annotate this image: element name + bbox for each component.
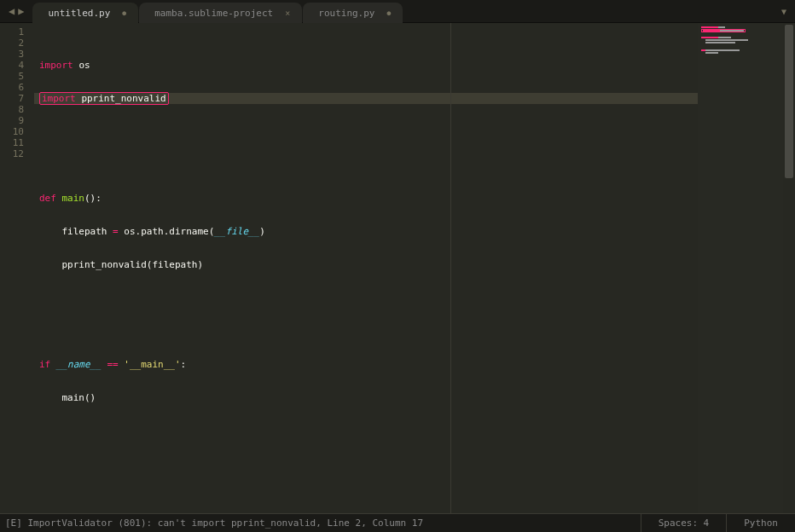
dirty-icon: ● (122, 9, 126, 17)
code-line: pprint_nonvalid(filepath) (39, 259, 698, 270)
code-line (39, 292, 698, 304)
code-line (39, 159, 698, 171)
tab-label: untitled.py (48, 8, 110, 19)
close-icon[interactable]: × (285, 9, 290, 18)
code-line: filepath = os.path.dirname(__file__) (39, 226, 698, 237)
line-number: 10 (0, 126, 24, 137)
line-number: 8 (0, 104, 24, 115)
code-line (39, 326, 698, 337)
tab-label: routing.py (318, 8, 374, 19)
line-number: 9 (0, 115, 24, 126)
nav-arrows: ◀ ▶ (0, 5, 32, 17)
line-number: 5 (0, 71, 24, 82)
line-number: 12 (0, 148, 24, 159)
minimap[interactable] (698, 23, 783, 513)
nav-forward-icon[interactable]: ▶ (18, 5, 24, 17)
tabs-container: untitled.py ● mamba.sublime-project × ro… (32, 0, 773, 22)
tab-untitled[interactable]: untitled.py ● (32, 3, 138, 23)
tab-bar: ◀ ▶ untitled.py ● mamba.sublime-project … (0, 0, 795, 23)
tab-label: mamba.sublime-project (154, 8, 273, 19)
line-number: ⊘2 (0, 38, 24, 49)
editor-area: 1 ⊘2 3 4 5 6 7 8 9 10 11 12 import os im… (0, 23, 795, 513)
tab-dropdown-icon[interactable]: ▼ (773, 7, 795, 16)
tab-routing[interactable]: routing.py ● (303, 3, 403, 23)
line-number: 3 (0, 49, 24, 60)
line-number: 1 (0, 26, 24, 38)
dirty-icon: ● (387, 9, 392, 17)
line-number: 7 (0, 93, 24, 104)
code-line: import os (39, 60, 698, 71)
line-number: 6 (0, 82, 24, 93)
code-line: def main(): (39, 193, 698, 204)
code-area[interactable]: import os import pprint_nonvalid def mai… (34, 23, 698, 513)
nav-back-icon[interactable]: ◀ (9, 5, 15, 17)
code-line: if __name__ == '__main__': (39, 359, 698, 370)
line-number: 11 (0, 137, 24, 148)
status-indent[interactable]: Spaces: 4 (641, 514, 727, 532)
code-line: main() (39, 392, 698, 403)
status-message[interactable]: [E] ImportValidator (801): can't import … (0, 518, 641, 529)
vertical-scrollbar[interactable] (783, 23, 795, 513)
status-syntax[interactable]: Python (726, 514, 795, 532)
minimap-content (701, 26, 780, 54)
status-bar: [E] ImportValidator (801): can't import … (0, 513, 795, 532)
tab-mamba-project[interactable]: mamba.sublime-project × (139, 3, 302, 23)
code-line (39, 126, 698, 137)
ruler-line (450, 23, 451, 513)
scroll-thumb[interactable] (785, 25, 793, 178)
code-line (39, 425, 698, 437)
gutter: 1 ⊘2 3 4 5 6 7 8 9 10 11 12 (0, 23, 34, 513)
line-number: 4 (0, 60, 24, 71)
code-line-error: import pprint_nonvalid (34, 93, 698, 104)
